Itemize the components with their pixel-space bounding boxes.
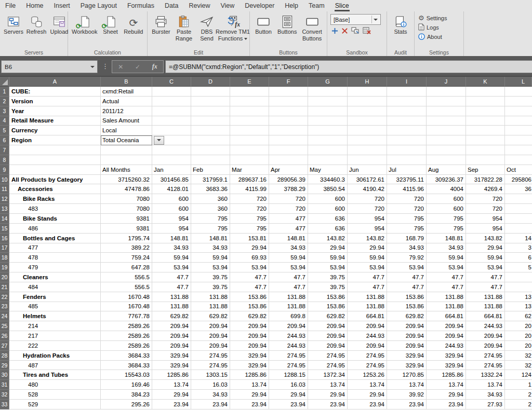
column-header-A[interactable]: A bbox=[9, 77, 101, 87]
cell[interactable]: 274.95 bbox=[466, 351, 505, 361]
sandbox-select[interactable]: [Base] bbox=[330, 14, 381, 25]
cell[interactable] bbox=[9, 145, 101, 155]
row-header-4[interactable]: 4 bbox=[0, 116, 9, 126]
column-header-H[interactable]: H bbox=[348, 77, 387, 87]
cell[interactable]: 59.94 bbox=[466, 253, 505, 263]
cell[interactable]: 36 bbox=[505, 184, 532, 194]
cell[interactable] bbox=[387, 116, 427, 126]
cell[interactable]: 131.88 bbox=[427, 302, 466, 312]
cell[interactable]: 629.82 bbox=[230, 311, 269, 321]
cell[interactable]: 478 bbox=[9, 253, 101, 263]
cell[interactable] bbox=[269, 106, 308, 116]
cell[interactable] bbox=[466, 135, 505, 145]
cell[interactable]: 274.95 bbox=[308, 361, 348, 371]
cell[interactable] bbox=[308, 116, 348, 126]
ribbon-tab-review[interactable]: Review bbox=[183, 1, 215, 11]
cell[interactable]: 34.93 bbox=[466, 390, 505, 400]
insert-function-icon[interactable]: fx bbox=[152, 63, 157, 71]
cell[interactable] bbox=[230, 97, 269, 106]
cell[interactable] bbox=[505, 214, 532, 224]
cell[interactable]: 23.94 bbox=[269, 400, 308, 409]
cell[interactable]: 39.75 bbox=[308, 272, 348, 282]
cell[interactable]: 47.7 bbox=[152, 282, 191, 292]
cell[interactable]: 720 bbox=[269, 194, 308, 204]
cell[interactable]: 3683.36 bbox=[191, 184, 230, 194]
cell[interactable]: 59.94 bbox=[152, 253, 191, 263]
cell[interactable] bbox=[191, 135, 230, 145]
cell[interactable]: 148.81 bbox=[152, 234, 191, 243]
cell[interactable]: 209.94 bbox=[152, 341, 191, 351]
cell[interactable]: 323795.11 bbox=[387, 175, 427, 185]
cell[interactable]: 39.75 bbox=[308, 282, 348, 292]
cell[interactable]: 795 bbox=[230, 214, 269, 224]
cell[interactable] bbox=[505, 106, 532, 116]
cell[interactable] bbox=[466, 116, 505, 126]
column-header-B[interactable]: B bbox=[101, 77, 152, 87]
cell[interactable]: 39.75 bbox=[191, 272, 230, 282]
cell[interactable] bbox=[101, 155, 152, 165]
cell[interactable]: 53.94 bbox=[466, 263, 505, 272]
cell[interactable]: 209.94 bbox=[387, 321, 427, 331]
cell[interactable] bbox=[466, 87, 505, 97]
cell[interactable]: 629.82 bbox=[191, 311, 230, 321]
cell[interactable] bbox=[101, 145, 152, 155]
cell[interactable]: 23.94 bbox=[230, 400, 269, 409]
cell[interactable]: Helmets bbox=[9, 311, 101, 321]
cell[interactable] bbox=[348, 97, 387, 106]
cell[interactable]: 3850.54 bbox=[308, 184, 348, 194]
cancel-icon[interactable]: ✕ bbox=[118, 63, 123, 71]
cell[interactable]: Region bbox=[9, 135, 101, 145]
ribbon-tab-file[interactable]: File bbox=[0, 1, 21, 11]
cell[interactable]: 47.7 bbox=[387, 282, 427, 292]
cell[interactable]: 131.88 bbox=[269, 292, 308, 302]
name-box-dropdown-icon[interactable] bbox=[88, 66, 97, 68]
cell[interactable]: 153.86 bbox=[230, 292, 269, 302]
cell[interactable]: 3 bbox=[505, 243, 532, 253]
cell[interactable]: 32 bbox=[505, 351, 532, 361]
cell[interactable]: 486 bbox=[9, 224, 101, 234]
row-header-7[interactable]: 7 bbox=[0, 145, 9, 155]
cell[interactable]: 1670.48 bbox=[101, 292, 152, 302]
cell[interactable]: 480 bbox=[9, 380, 101, 390]
cell[interactable]: 2589.26 bbox=[101, 331, 152, 341]
cell[interactable]: 153.86 bbox=[308, 302, 348, 312]
cell[interactable]: Sales Amount bbox=[101, 116, 152, 126]
cell[interactable]: 629.82 bbox=[152, 311, 191, 321]
cell[interactable]: 528 bbox=[9, 390, 101, 400]
ribbon-tab-data[interactable]: Data bbox=[159, 1, 183, 11]
cell[interactable]: 274.95 bbox=[269, 351, 308, 361]
cell[interactable]: 1285.86 bbox=[427, 370, 466, 380]
workbook-button[interactable]: ⟳ Workbook bbox=[70, 12, 99, 35]
column-header-C[interactable]: C bbox=[152, 77, 191, 87]
cell[interactable]: 47.7 bbox=[348, 282, 387, 292]
cell[interactable]: 795 bbox=[387, 214, 427, 224]
cell[interactable]: 329.94 bbox=[152, 361, 191, 371]
name-box[interactable]: B6 bbox=[1, 60, 98, 73]
cell[interactable] bbox=[9, 155, 101, 165]
cell[interactable]: 795 bbox=[230, 224, 269, 234]
ribbon-tab-help[interactable]: Help bbox=[280, 1, 303, 11]
cell[interactable]: 34.93 bbox=[191, 243, 230, 253]
row-header-6[interactable]: 6 bbox=[0, 135, 9, 145]
cell[interactable] bbox=[152, 97, 191, 106]
column-header-F[interactable]: F bbox=[269, 77, 308, 87]
row-header-16[interactable]: 16 bbox=[0, 234, 9, 243]
cell[interactable] bbox=[348, 126, 387, 135]
cell[interactable]: 1288.15 bbox=[269, 370, 308, 380]
ribbon-tab-team[interactable]: Team bbox=[303, 1, 330, 11]
cell[interactable]: 3715260.32 bbox=[101, 175, 152, 185]
cell[interactable]: 795 bbox=[427, 214, 466, 224]
cell[interactable]: 600 bbox=[152, 204, 191, 214]
cell[interactable]: 16.03 bbox=[269, 380, 308, 390]
cell[interactable]: cxmd:Retail bbox=[101, 87, 152, 97]
cell[interactable]: 720 bbox=[387, 204, 427, 214]
sandbox-select-arrow[interactable] bbox=[371, 16, 379, 23]
cell[interactable]: 389.22 bbox=[101, 243, 152, 253]
cell[interactable]: 27.93 bbox=[466, 400, 505, 409]
cell[interactable]: 1285.86 bbox=[152, 370, 191, 380]
cell[interactable]: 23.94 bbox=[427, 400, 466, 409]
row-header-13[interactable]: 13 bbox=[0, 204, 9, 214]
column-header-K[interactable]: K bbox=[466, 77, 505, 87]
cell[interactable]: 20 bbox=[505, 321, 532, 331]
dbs-send-button[interactable]: DBS Send bbox=[195, 12, 218, 42]
